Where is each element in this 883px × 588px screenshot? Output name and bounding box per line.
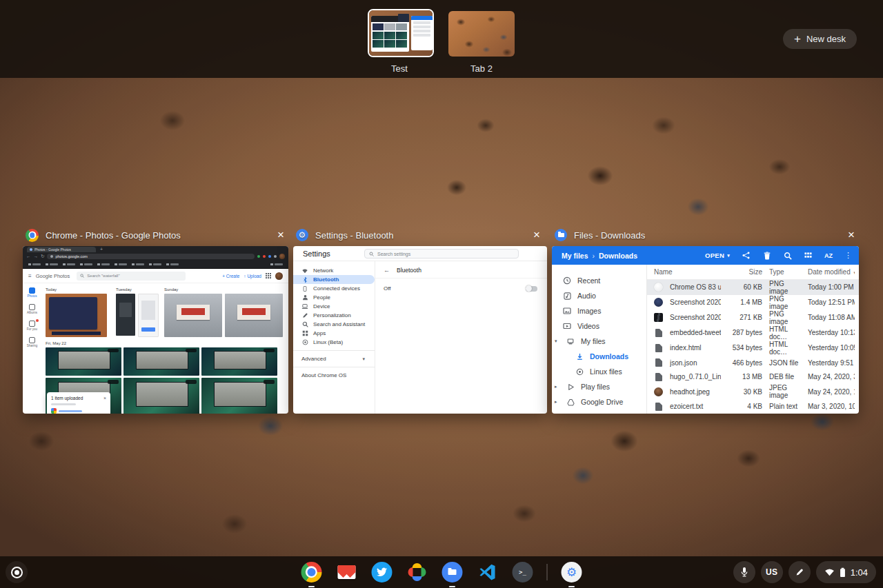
- wifi-icon: [301, 267, 308, 274]
- search-icon: [783, 251, 792, 260]
- files-icon: [442, 562, 463, 582]
- settings-window-close-button[interactable]: ×: [529, 227, 544, 243]
- settings-nav-search-assistant: Search and Assistant: [293, 320, 375, 329]
- desk-test-preview: [369, 10, 433, 56]
- url-text: photos.google.com: [55, 254, 87, 258]
- file-row: hugo_0.71.0_Linux-64bit.deb 13 MB DEB fi…: [647, 370, 859, 385]
- gmail-icon: [338, 565, 356, 579]
- photos-window-preview[interactable]: Photos - Google Photos + ← → ↻ photos.go…: [23, 246, 288, 414]
- shelf-settings-button[interactable]: ⚙: [561, 561, 583, 583]
- desks-bar: Test Tab 2 + New desk: [0, 0, 883, 78]
- image-thumbnail: [654, 387, 663, 396]
- shelf-twitter-button[interactable]: [371, 561, 393, 583]
- settings-app-icon: ⚙: [296, 229, 308, 241]
- chromeos-overview-screen: Test Tab 2 + New desk Chrome - Photos - …: [0, 0, 883, 588]
- desk-tab2-preview: [448, 11, 515, 57]
- files-window-preview[interactable]: My files › Downloads OPEN ▾ AZ ⋮: [552, 246, 859, 414]
- running-indicator: [568, 586, 575, 588]
- extension-icon: [274, 255, 277, 258]
- nav-for-you: For you: [27, 321, 37, 331]
- drive-icon: [566, 398, 575, 406]
- image-thumbnail: [654, 313, 663, 322]
- shelf-photos-button[interactable]: [406, 561, 428, 583]
- for-you-icon: [29, 321, 35, 327]
- photos-app-bar: ≡ Google Photos Search "waterfall" + Cre…: [23, 269, 288, 283]
- photos-search-input: Search "waterfall": [77, 272, 186, 281]
- forward-icon: →: [34, 254, 39, 259]
- clock-icon: [563, 276, 571, 285]
- hamburger-menu-icon: ≡: [28, 273, 32, 279]
- section-tuesday: Tuesday: [116, 287, 132, 292]
- stylus-button[interactable]: [788, 561, 811, 583]
- open-button: OPEN ▾: [705, 252, 730, 259]
- column-name: Name: [654, 268, 721, 276]
- file-row: headhot.jpeg 30 KB JPEG image May 24, 20…: [647, 384, 859, 399]
- plus-icon: +: [794, 33, 801, 45]
- divider: [293, 350, 375, 351]
- breadcrumb-root: My files: [562, 252, 588, 260]
- files-window-header[interactable]: Files - Downloads ×: [555, 227, 859, 243]
- microphone-icon: [740, 567, 748, 578]
- divider: [293, 367, 375, 367]
- photo-thumbnail: [46, 294, 107, 337]
- shelf-terminal-button[interactable]: >_: [512, 561, 534, 583]
- notification-badge: [36, 319, 39, 322]
- shelf-files-button[interactable]: [442, 561, 464, 583]
- section-friday: Fri, May 22: [46, 341, 66, 345]
- shelf-chrome-button[interactable]: [301, 561, 323, 583]
- settings-nav-apps: Apps: [293, 329, 375, 338]
- microphone-button[interactable]: [733, 561, 755, 583]
- terminal-icon: >_: [513, 562, 533, 582]
- settings-nav-personalization: Personalization: [293, 311, 375, 320]
- tab-title: Photos - Google Photos: [34, 247, 71, 252]
- new-desk-label: New desk: [806, 34, 846, 44]
- files-nav-google-drive: ▸ Google Drive: [552, 394, 646, 409]
- files-list-header: Name Size Type Date modified ▾: [647, 265, 859, 280]
- keyboard-layout-label: US: [766, 567, 777, 577]
- settings-app-title: Settings: [303, 250, 330, 258]
- nav-sharing: Sharing: [27, 337, 38, 347]
- video-thumbnail: [46, 347, 121, 376]
- image-icon: [563, 307, 571, 315]
- file-row: json.json 466 bytes JSON file Yesterday …: [647, 356, 859, 370]
- google-photos-logo: Google Photos: [36, 273, 70, 279]
- upload-button: ↑ Upload: [244, 274, 261, 278]
- desk-thumbnail-tab2[interactable]: [448, 11, 515, 57]
- files-window-close-button[interactable]: ×: [844, 227, 859, 243]
- shelf-vscode-button[interactable]: [477, 561, 499, 583]
- close-icon: ×: [848, 228, 855, 241]
- desk-thumbnail-test[interactable]: [368, 9, 434, 57]
- section-sunday: Sunday: [164, 287, 178, 292]
- image-thumbnail: [654, 298, 663, 307]
- files-nav-play-files: ▸ Play files: [552, 379, 646, 394]
- settings-nav-network: Network: [293, 266, 375, 275]
- section-today: Today: [46, 287, 57, 292]
- settings-advanced-row: Advanced ▾: [293, 354, 375, 363]
- document-icon: [655, 403, 662, 411]
- browser-tabstrip: Photos - Google Photos +: [23, 246, 288, 252]
- breadcrumb: My files › Downloads: [562, 252, 637, 260]
- photos-window-header[interactable]: Chrome - Photos - Google Photos ×: [26, 227, 288, 243]
- video-thumbnail: [123, 378, 199, 414]
- launcher-button[interactable]: [6, 561, 28, 583]
- shelf-gmail-button[interactable]: [336, 561, 358, 583]
- overflow-menu-icon: ⋮: [844, 252, 852, 259]
- settings-window-header[interactable]: ⚙ Settings - Bluetooth ×: [296, 227, 544, 243]
- laptop-icon: [301, 303, 308, 310]
- keyboard-layout-button[interactable]: US: [761, 561, 783, 583]
- browser-navbar: ← → ↻ photos.google.com: [23, 252, 288, 261]
- video-thumbnail: [123, 347, 199, 376]
- settings-window-preview[interactable]: Settings Search settings Network Bluetoo…: [293, 246, 547, 414]
- close-icon: ×: [533, 228, 540, 241]
- photo-thumbnail: [138, 294, 159, 337]
- settings-nav-people: People: [293, 293, 375, 302]
- photos-window-close-button[interactable]: ×: [273, 227, 288, 243]
- photo-thumbnail: [116, 294, 135, 336]
- mini-dark-card: [398, 14, 409, 22]
- status-area-button[interactable]: 1:04: [816, 561, 876, 583]
- new-desk-button[interactable]: + New desk: [783, 29, 857, 49]
- delete-icon: [762, 251, 771, 260]
- running-indicator: [308, 586, 315, 588]
- chevron-down-icon: ▾: [362, 356, 365, 362]
- play-icon: [566, 383, 575, 391]
